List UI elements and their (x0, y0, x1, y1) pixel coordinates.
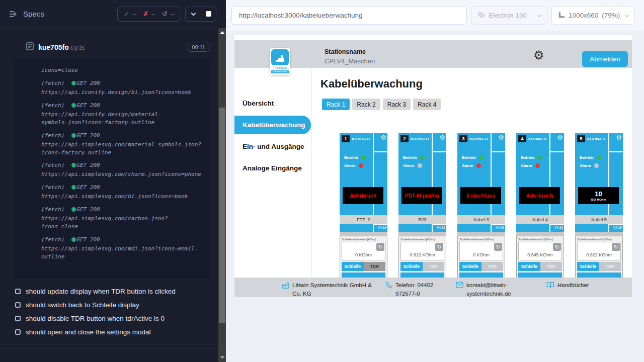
resistance-value: 0.822 KOhm (578, 252, 620, 257)
browser-select[interactable]: Electron 130 (471, 6, 547, 25)
tab-rack-1[interactable]: Rack 1 (322, 99, 350, 110)
device-cards: ⚙ 1 KÜ705-FO Betrieb Alarm Aderbruch FTZ… (340, 133, 623, 281)
panel-divider (492, 151, 505, 152)
test-pending-icon (15, 302, 21, 308)
test-case[interactable]: should switch back to Schleife display (15, 301, 218, 309)
refresh-icon[interactable]: ↻ (376, 243, 384, 251)
sidebar-item-uebersicht[interactable]: Übersicht (234, 94, 311, 113)
sidebar-item-kabelueberwachung[interactable]: Kabelüberwachung (234, 116, 311, 134)
divider (457, 232, 505, 236)
tdr-button[interactable]: TDR (481, 262, 504, 271)
email-icon (456, 282, 463, 297)
sidebar-item-analoge-eingaenge[interactable]: Analoge Eingänge (234, 159, 311, 177)
preview-topbar: Electron 130 1000x660 (79%) (226, 0, 644, 31)
scrollbar-thumb[interactable] (219, 108, 225, 323)
chevron-down-icon (625, 13, 629, 17)
specs-label: Specs (23, 10, 44, 18)
logout-button[interactable]: Abmelden (582, 51, 628, 67)
device-settings-gear-icon[interactable]: ⚙ (616, 134, 622, 142)
betrieb-led: Betrieb (521, 155, 542, 160)
app-header: Stationsname CPLV4_Maschen ⚙ Abmelden (234, 40, 632, 68)
device-front-panel: ⚙ 3 KÜ705-FO Betrieb Alarm Erdschluss Ka… (457, 133, 505, 232)
pending-icon: ↺ (162, 10, 168, 18)
firmware-version: V4.19 (613, 226, 622, 229)
led-dot-icon (538, 155, 542, 160)
alarm-led: Alarm (580, 163, 599, 168)
test-case[interactable]: should open and close the settings modal (15, 328, 218, 336)
station-label: Stationsname (325, 48, 375, 55)
chevron-down-icon (537, 13, 541, 17)
firmware-version: V4.19 (378, 226, 386, 229)
resistance-label: Schleifenwiderstand [kOhm] (400, 238, 444, 241)
stat-passed: ✓ -- (124, 10, 136, 18)
specs-button[interactable]: Specs (9, 10, 44, 18)
scroll-down-arrow-icon[interactable] (220, 356, 225, 359)
tdr-button[interactable]: TDR (540, 262, 562, 271)
device-settings-gear-icon[interactable]: ⚙ (557, 134, 563, 142)
led-dot-icon (359, 163, 363, 168)
resistance-readout: ↻ 0 KOhm (459, 242, 503, 260)
refresh-icon[interactable]: ↻ (494, 243, 502, 251)
scroll-up-arrow-icon[interactable] (220, 31, 225, 34)
cypress-runner-panel: Specs ✓ -- ✗ -- ↺ -- (0, 0, 218, 362)
test-pending-icon (15, 329, 21, 335)
betrieb-led: Betrieb (580, 155, 601, 160)
panel-divider (609, 224, 623, 225)
device-model: KÜ705-FO (528, 137, 546, 141)
spec-file-ext: .cy.ts (69, 43, 85, 51)
factory-icon (282, 282, 289, 297)
spec-duration-badge: 00:11 (187, 43, 210, 52)
littwin-logo: LITTWIN SYSTEMTECHNIK (270, 48, 290, 75)
refresh-icon[interactable]: ↻ (553, 243, 561, 251)
tab-rack-3[interactable]: Rack 3 (383, 99, 411, 110)
test-list: should update display when TDR button is… (0, 288, 218, 336)
schleife-button[interactable]: Schleife (459, 262, 481, 271)
measurement-panel: Schleifenwiderstand [kOhm] ↻ 0.812 KOhm … (398, 236, 446, 281)
tab-rack-2[interactable]: Rack 2 (352, 99, 380, 110)
url-input[interactable] (231, 6, 467, 25)
preview-pane: Electron 130 1000x660 (79%) Stationsname… (226, 0, 644, 362)
spec-file-row[interactable]: kue705fo.cy.ts 00:11 (0, 28, 218, 59)
resistance-value: 0 KOhm (460, 252, 503, 257)
led-dot-icon (535, 163, 540, 168)
device-settings-gear-icon[interactable]: ⚙ (380, 134, 386, 142)
schleife-button[interactable]: Schleife (577, 262, 599, 271)
main-content: Kabelüberwachung Rack 1 Rack 2 Rack 3 Ra… (311, 68, 632, 297)
test-case[interactable]: should update display when TDR button is… (15, 288, 218, 295)
divider (0, 344, 218, 344)
device-settings-gear-icon[interactable]: ⚙ (498, 134, 504, 142)
panel-divider (433, 224, 446, 225)
led-dot-icon (476, 163, 481, 168)
device-number: 2 (400, 135, 409, 142)
tdr-button[interactable]: TDR (423, 262, 445, 271)
manuals-link[interactable]: Handbücher (546, 281, 589, 291)
device-card-2: ⚙ 2 KÜ705-FO Betrieb Alarm PST-M prüfen … (398, 133, 446, 281)
tdr-button[interactable]: TDR (599, 262, 621, 271)
collapse-button[interactable] (186, 7, 201, 21)
device-settings-gear-icon[interactable]: ⚙ (439, 134, 445, 142)
schleife-button[interactable]: Schleife (342, 262, 364, 271)
sidebar-item-ein-und-ausgaenge[interactable]: Ein- und Ausgänge (234, 137, 311, 156)
test-pending-icon (15, 289, 21, 294)
schleife-button[interactable]: Schleife (518, 262, 540, 271)
refresh-icon[interactable]: ↻ (435, 243, 443, 251)
measurement-panel: Schleifenwiderstand [kOhm] ↻ 0 KOhm Schl… (457, 236, 505, 281)
tab-rack-4[interactable]: Rack 4 (413, 99, 441, 110)
logo-stairs-icon (271, 49, 289, 65)
cable-label: Kabel 3 (457, 215, 505, 224)
divider (340, 232, 387, 236)
viewport-select[interactable]: 1000x660 (79%) (551, 6, 635, 25)
alarm-led: Alarm (462, 163, 481, 168)
test-case[interactable]: should disable TDR button when tdrActive… (15, 315, 218, 322)
settings-gear-icon[interactable]: ⚙ (533, 49, 544, 61)
led-dot-icon (594, 163, 599, 168)
status-display: Aderbruch (343, 187, 383, 204)
device-card-5: ⚙ 5 KÜ705-FO Betrieb Alarm 10ISO MOhm Ka… (575, 133, 623, 281)
panel-divider (374, 224, 387, 225)
tdr-button[interactable]: TDR (364, 262, 386, 271)
email-info[interactable]: kontakt@littwin-systemtechnik.de (456, 281, 541, 297)
refresh-icon[interactable]: ↻ (612, 243, 620, 251)
rack-tabs: Rack 1 Rack 2 Rack 3 Rack 4 (322, 99, 441, 110)
schleife-button[interactable]: Schleife (400, 262, 423, 271)
stop-button[interactable] (201, 7, 216, 21)
